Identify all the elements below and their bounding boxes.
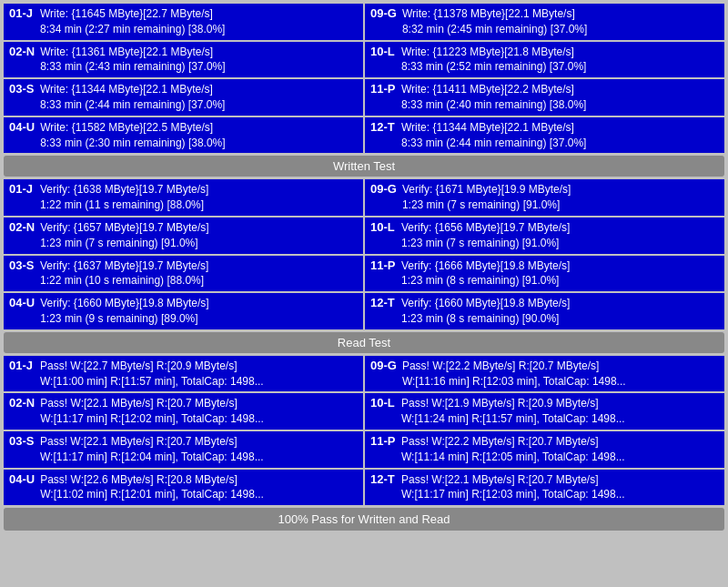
verify-content-04u: Verify: {1660 MByte}[19.8 MByte/s] 1:23 … bbox=[40, 296, 208, 327]
read-cell-09g: 09-G Pass! W:[22.2 MByte/s] R:[20.7 MByt… bbox=[365, 356, 724, 392]
verify-right-10l: 10-L Verify: {1656 MByte}[19.7 MByte/s] … bbox=[365, 218, 724, 254]
verify-id-01j: 01-J bbox=[9, 182, 35, 196]
write-content-09g: Write: {11378 MByte}[22.1 MByte/s] 8:32 … bbox=[402, 6, 587, 37]
read-left-01j: 01-J Pass! W:[22.7 MByte/s] R:[20.9 MByt… bbox=[4, 356, 363, 392]
read-test-header: Read Test bbox=[4, 332, 724, 353]
read-content-09g: Pass! W:[22.2 MByte/s] R:[20.7 MByte/s] … bbox=[402, 359, 626, 390]
bottom-status-bar: 100% Pass for Written and Read bbox=[4, 508, 724, 531]
read-content-01j: Pass! W:[22.7 MByte/s] R:[20.9 MByte/s] … bbox=[40, 359, 264, 390]
write-content-10l: Write: {11223 MByte}[21.8 MByte/s] 8:33 … bbox=[401, 45, 586, 76]
verify-cell-03s: 03-S Verify: {1637 MByte}[19.7 MByte/s] … bbox=[4, 256, 363, 292]
cell-id-04u: 04-U bbox=[9, 120, 35, 134]
read-right-09g: 09-G Pass! W:[22.2 MByte/s] R:[20.7 MByt… bbox=[365, 356, 724, 392]
verify-cell-01j: 01-J Verify: {1638 MByte}[19.7 MByte/s] … bbox=[4, 179, 363, 216]
verify-content-12t: Verify: {1660 MByte}[19.8 MByte/s] 1:23 … bbox=[401, 296, 570, 327]
verify-id-09g: 09-G bbox=[370, 182, 397, 196]
verify-content-10l: Verify: {1656 MByte}[19.7 MByte/s] 1:23 … bbox=[401, 220, 570, 251]
verify-section: 01-J Verify: {1638 MByte}[19.7 MByte/s] … bbox=[4, 179, 724, 329]
read-right-10l: 10-L Pass! W:[21.9 MByte/s] R:[20.9 MByt… bbox=[365, 393, 724, 430]
verify-right-11p: 11-P Verify: {1666 MByte}[19.8 MByte/s] … bbox=[365, 256, 724, 292]
write-cell-02n: 02-N Write: {11361 MByte}[22.1 MByte/s] … bbox=[4, 42, 363, 78]
write-right-col-11p: 11-P Write: {11411 MByte}[22.2 MByte/s] … bbox=[365, 79, 724, 116]
write-content-04u: Write: {11582 MByte}[22.5 MByte/s] 8:33 … bbox=[40, 120, 225, 151]
verify-id-11p: 11-P bbox=[370, 258, 396, 272]
read-cell-03s: 03-S Pass! W:[22.1 MByte/s] R:[20.7 MByt… bbox=[4, 431, 363, 468]
write-cell-09g: 09-G Write: {11378 MByte}[22.1 MByte/s] … bbox=[365, 4, 724, 40]
read-id-11p: 11-P bbox=[370, 434, 396, 448]
cell-id-11p: 11-P bbox=[370, 82, 396, 96]
read-id-04u: 04-U bbox=[9, 472, 35, 486]
cell-id-01j: 01-J bbox=[9, 6, 35, 20]
read-left-04u: 04-U Pass! W:[22.6 MByte/s] R:[20.8 MByt… bbox=[4, 470, 363, 506]
verify-content-09g: Verify: {1671 MByte}[19.9 MByte/s] 1:23 … bbox=[402, 182, 571, 213]
read-id-03s: 03-S bbox=[9, 434, 35, 448]
verify-cell-10l: 10-L Verify: {1656 MByte}[19.7 MByte/s] … bbox=[365, 218, 724, 254]
read-id-12t: 12-T bbox=[370, 472, 396, 486]
verify-content-03s: Verify: {1637 MByte}[19.7 MByte/s] 1:22 … bbox=[40, 258, 208, 289]
verify-id-04u: 04-U bbox=[9, 296, 35, 309]
verify-cell-11p: 11-P Verify: {1666 MByte}[19.8 MByte/s] … bbox=[365, 256, 724, 292]
verify-cell-02n: 02-N Verify: {1657 MByte}[19.7 MByte/s] … bbox=[4, 218, 363, 254]
verify-left-03s: 03-S Verify: {1637 MByte}[19.7 MByte/s] … bbox=[4, 256, 363, 292]
cell-id-12t: 12-T bbox=[370, 120, 396, 134]
write-cell-01j: 01-J Write: {11645 MByte}[22.7 MByte/s] … bbox=[4, 4, 363, 40]
write-cell-11p: 11-P Write: {11411 MByte}[22.2 MByte/s] … bbox=[365, 79, 724, 116]
verify-content-11p: Verify: {1666 MByte}[19.8 MByte/s] 1:23 … bbox=[401, 258, 570, 289]
read-section: 01-J Pass! W:[22.7 MByte/s] R:[20.9 MByt… bbox=[4, 356, 724, 505]
verify-cell-04u: 04-U Verify: {1660 MByte}[19.8 MByte/s] … bbox=[4, 293, 363, 329]
verify-left-04u: 04-U Verify: {1660 MByte}[19.8 MByte/s] … bbox=[4, 293, 363, 329]
write-right-col-12t: 12-T Write: {11344 MByte}[22.1 MByte/s] … bbox=[365, 117, 724, 154]
verify-cell-09g: 09-G Verify: {1671 MByte}[19.9 MByte/s] … bbox=[365, 179, 724, 216]
write-left-col-04u: 04-U Write: {11582 MByte}[22.5 MByte/s] … bbox=[4, 117, 363, 154]
verify-id-03s: 03-S bbox=[9, 258, 35, 272]
read-right-12t: 12-T Pass! W:[22.1 MByte/s] R:[20.7 MByt… bbox=[365, 470, 724, 506]
read-content-02n: Pass! W:[22.1 MByte/s] R:[20.7 MByte/s] … bbox=[40, 396, 264, 427]
verify-id-12t: 12-T bbox=[370, 296, 396, 309]
read-left-02n: 02-N Pass! W:[22.1 MByte/s] R:[20.7 MByt… bbox=[4, 393, 363, 430]
write-cell-03s: 03-S Write: {11344 MByte}[22.1 MByte/s] … bbox=[4, 79, 363, 116]
read-cell-11p: 11-P Pass! W:[22.2 MByte/s] R:[20.7 MByt… bbox=[365, 431, 724, 468]
read-id-09g: 09-G bbox=[370, 359, 397, 372]
write-cell-10l: 10-L Write: {11223 MByte}[21.8 MByte/s] … bbox=[365, 42, 724, 78]
write-right-col-10l: 10-L Write: {11223 MByte}[21.8 MByte/s] … bbox=[365, 42, 724, 78]
read-cell-12t: 12-T Pass! W:[22.1 MByte/s] R:[20.7 MByt… bbox=[365, 470, 724, 506]
write-content-12t: Write: {11344 MByte}[22.1 MByte/s] 8:33 … bbox=[401, 120, 586, 151]
write-content-03s: Write: {11344 MByte}[22.1 MByte/s] 8:33 … bbox=[40, 82, 225, 113]
written-test-header: Written Test bbox=[4, 156, 724, 177]
read-content-11p: Pass! W:[22.2 MByte/s] R:[20.7 MByte/s] … bbox=[401, 434, 625, 465]
verify-id-02n: 02-N bbox=[9, 220, 35, 234]
read-content-04u: Pass! W:[22.6 MByte/s] R:[20.8 MByte/s] … bbox=[40, 472, 264, 503]
verify-cell-12t: 12-T Verify: {1660 MByte}[19.8 MByte/s] … bbox=[365, 293, 724, 329]
read-cell-01j: 01-J Pass! W:[22.7 MByte/s] R:[20.9 MByt… bbox=[4, 356, 363, 392]
verify-right-09g: 09-G Verify: {1671 MByte}[19.9 MByte/s] … bbox=[365, 179, 724, 216]
write-left-col: 01-J Write: {11645 MByte}[22.7 MByte/s] … bbox=[4, 4, 363, 40]
read-right-11p: 11-P Pass! W:[22.2 MByte/s] R:[20.7 MByt… bbox=[365, 431, 724, 468]
read-id-01j: 01-J bbox=[9, 359, 35, 372]
read-content-03s: Pass! W:[22.1 MByte/s] R:[20.7 MByte/s] … bbox=[40, 434, 264, 465]
write-grid: 01-J Write: {11645 MByte}[22.7 MByte/s] … bbox=[4, 4, 724, 153]
verify-grid: 01-J Verify: {1638 MByte}[19.7 MByte/s] … bbox=[4, 179, 724, 329]
write-content-02n: Write: {11361 MByte}[22.1 MByte/s] 8:33 … bbox=[40, 45, 225, 76]
write-left-col-02n: 02-N Write: {11361 MByte}[22.1 MByte/s] … bbox=[4, 42, 363, 78]
write-section: 01-J Write: {11645 MByte}[22.7 MByte/s] … bbox=[4, 4, 724, 153]
main-container: 01-J Write: {11645 MByte}[22.7 MByte/s] … bbox=[0, 0, 728, 534]
cell-id-09g: 09-G bbox=[370, 6, 397, 20]
read-cell-10l: 10-L Pass! W:[21.9 MByte/s] R:[20.9 MByt… bbox=[365, 393, 724, 430]
read-content-10l: Pass! W:[21.9 MByte/s] R:[20.9 MByte/s] … bbox=[401, 396, 625, 427]
read-grid: 01-J Pass! W:[22.7 MByte/s] R:[20.9 MByt… bbox=[4, 356, 724, 505]
verify-content-01j: Verify: {1638 MByte}[19.7 MByte/s] 1:22 … bbox=[40, 182, 208, 213]
read-id-02n: 02-N bbox=[9, 396, 35, 410]
write-cell-12t: 12-T Write: {11344 MByte}[22.1 MByte/s] … bbox=[365, 117, 724, 154]
read-cell-02n: 02-N Pass! W:[22.1 MByte/s] R:[20.7 MByt… bbox=[4, 393, 363, 430]
read-cell-04u: 04-U Pass! W:[22.6 MByte/s] R:[20.8 MByt… bbox=[4, 470, 363, 506]
read-left-03s: 03-S Pass! W:[22.1 MByte/s] R:[20.7 MByt… bbox=[4, 431, 363, 468]
cell-id-03s: 03-S bbox=[9, 82, 35, 96]
write-content-11p: Write: {11411 MByte}[22.2 MByte/s] 8:33 … bbox=[401, 82, 586, 113]
write-content-01j: Write: {11645 MByte}[22.7 MByte/s] 8:34 … bbox=[40, 6, 225, 37]
verify-id-10l: 10-L bbox=[370, 220, 396, 234]
verify-left-02n: 02-N Verify: {1657 MByte}[19.7 MByte/s] … bbox=[4, 218, 363, 254]
write-right-col-09g: 09-G Write: {11378 MByte}[22.1 MByte/s] … bbox=[365, 4, 724, 40]
write-cell-04u: 04-U Write: {11582 MByte}[22.5 MByte/s] … bbox=[4, 117, 363, 154]
cell-id-02n: 02-N bbox=[9, 45, 35, 58]
write-left-col-03s: 03-S Write: {11344 MByte}[22.1 MByte/s] … bbox=[4, 79, 363, 116]
